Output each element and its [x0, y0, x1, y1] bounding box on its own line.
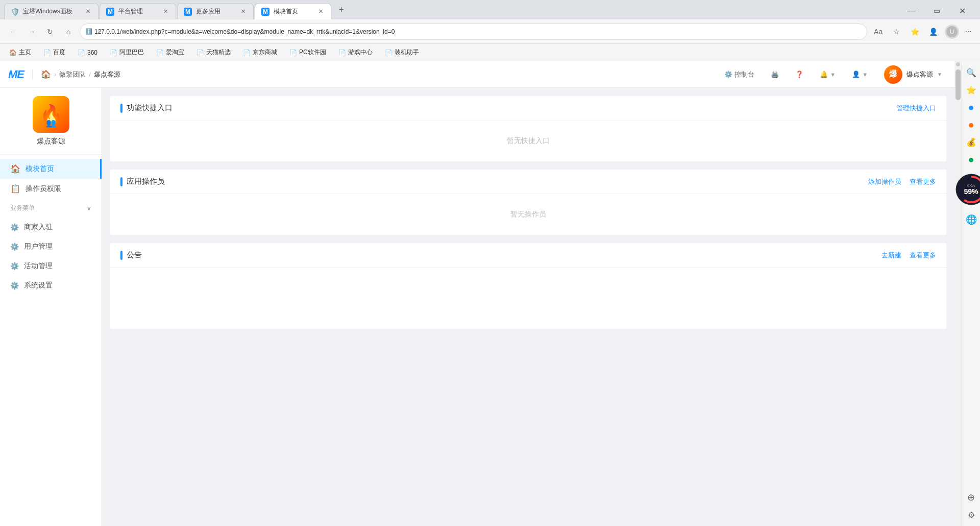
sidebar-item-merchant[interactable]: ⚙️ 商家入驻: [0, 218, 102, 237]
user-profile-section[interactable]: 爆 爆点客源 ▼: [880, 65, 946, 84]
ext-edge-icon[interactable]: 🌐: [964, 212, 978, 227]
tab-favicon-platform: M: [106, 8, 114, 16]
manage-shortcuts-link[interactable]: 管理快捷入口: [896, 104, 936, 113]
tab-baota[interactable]: 🛡️ 宝塔Windows面板 ✕: [4, 3, 99, 19]
tab-close-more[interactable]: ✕: [239, 8, 247, 16]
bookmark-pc-soft[interactable]: 📄 PC软件园: [286, 47, 329, 58]
tab-close-module[interactable]: ✕: [316, 8, 325, 16]
user-icon: 👤: [852, 70, 860, 78]
sidebar-app-name: 爆点客源: [37, 137, 65, 146]
tab-close-baota[interactable]: ✕: [84, 8, 92, 16]
bookmark-baidu[interactable]: 📄 百度: [40, 47, 68, 58]
bookmark-360[interactable]: 📄 360: [75, 48, 101, 57]
bookmark-jd[interactable]: 📄 京东商城: [240, 47, 280, 58]
ext-search-icon[interactable]: 🔍: [964, 65, 978, 80]
console-button[interactable]: ⚙️ 控制台: [720, 68, 758, 81]
back-button[interactable]: ←: [6, 25, 20, 39]
bookmark-zhuanji[interactable]: 📄 装机助手: [382, 47, 422, 58]
tab-platform[interactable]: M 平台管理 ✕: [100, 3, 176, 19]
notice-more-link[interactable]: 查看更多: [910, 251, 936, 260]
address-field[interactable]: ℹ️ 127.0.0.1/web/index.php?c=module&a=we…: [80, 23, 867, 40]
ext-wallet-icon[interactable]: 💰: [964, 135, 978, 149]
collection-icon[interactable]: ⭐: [908, 25, 922, 39]
user-dropdown-icon: ▼: [862, 71, 868, 78]
translate-icon[interactable]: Aa: [871, 25, 886, 39]
bookmark-aitaobao[interactable]: 📄 爱淘宝: [153, 47, 187, 58]
operators-body: 暂无操作员: [110, 194, 946, 235]
bookmark-jd-icon: 📄: [243, 49, 251, 56]
sidebar-item-operator[interactable]: 📋 操作员权限: [0, 179, 102, 199]
user-profile-circle[interactable]: U: [945, 25, 959, 39]
svg-text:👥: 👥: [46, 118, 56, 128]
address-text: 127.0.0.1/web/index.php?c=module&a=welco…: [94, 28, 395, 35]
scrollbar-track: [954, 61, 962, 526]
bookmark-game[interactable]: 📄 游戏中心: [335, 47, 376, 58]
close-window-button[interactable]: ✕: [950, 4, 974, 17]
activity-label: 活动管理: [24, 261, 53, 271]
notice-title-text: 公告: [127, 250, 142, 260]
bookmark-star-icon[interactable]: ☆: [890, 25, 904, 39]
sidebar-item-user[interactable]: ⚙️ 用户管理: [0, 237, 102, 256]
sidebar-expand-icon[interactable]: ⊕: [964, 490, 978, 505]
operators-more-link[interactable]: 查看更多: [910, 177, 936, 186]
home-button[interactable]: ⌂: [61, 25, 76, 39]
console-icon: ⚙️: [724, 70, 732, 78]
user-label: 用户管理: [24, 242, 53, 251]
bookmark-pc-soft-label: PC软件园: [299, 48, 326, 57]
more-options-button[interactable]: ···: [963, 25, 974, 38]
tab-module-home[interactable]: M 模块首页 ✕: [255, 3, 331, 19]
breadcrumb-team[interactable]: 微擎团队: [59, 70, 86, 79]
user-name-dropdown: ▼: [937, 71, 942, 77]
help-button[interactable]: ❓: [791, 68, 807, 80]
system-label: 系统设置: [24, 281, 53, 290]
new-tab-button[interactable]: +: [334, 3, 349, 17]
breadcrumb: 🏠 › 微擎团队 / 爆点客源: [41, 69, 120, 79]
notice-create-link[interactable]: 去新建: [881, 251, 901, 260]
svg-text:U: U: [950, 29, 954, 35]
sidebar-nav: 🏠 模块首页 📋 操作员权限 业务菜单 ∨ ⚙️: [0, 155, 102, 526]
bookmark-alibaba[interactable]: 📄 阿里巴巴: [107, 47, 147, 58]
ext-green-icon[interactable]: ●: [964, 152, 978, 166]
bookmark-360-icon: 📄: [78, 49, 85, 56]
sidebar-settings-icon[interactable]: ⚙: [964, 508, 978, 522]
operators-empty-text: 暂无操作员: [510, 210, 546, 219]
forward-button[interactable]: →: [24, 25, 39, 39]
add-operator-link[interactable]: 添加操作员: [868, 177, 901, 186]
operators-title-bar: [120, 177, 122, 186]
tab-title-platform: 平台管理: [118, 7, 157, 16]
bookmark-home[interactable]: 🏠 主页: [6, 47, 34, 58]
notice-body: [110, 268, 946, 329]
sidebar-item-activity[interactable]: ⚙️ 活动管理: [0, 256, 102, 276]
notification-button[interactable]: 🔔 ▼: [816, 68, 840, 80]
bookmark-tmall-icon: 📄: [197, 49, 204, 56]
maximize-button[interactable]: ▭: [925, 4, 948, 17]
notice-title: 公告: [120, 250, 142, 260]
bookmark-baidu-label: 百度: [53, 48, 65, 57]
speed-percent: 59%: [964, 187, 978, 196]
bookmark-tmall[interactable]: 📄 天猫精选: [193, 47, 234, 58]
section-chevron-icon[interactable]: ∨: [87, 205, 91, 212]
tab-title-baota: 宝塔Windows面板: [23, 7, 80, 16]
minimize-button[interactable]: —: [899, 4, 923, 17]
ext-blue-icon[interactable]: ●: [964, 100, 978, 114]
tab-favicon-baota: 🛡️: [11, 8, 19, 16]
ext-star-icon[interactable]: ⭐: [964, 83, 978, 97]
app-logo: ME: [8, 68, 24, 81]
account-icon[interactable]: 👤: [926, 25, 941, 39]
bookmark-360-label: 360: [87, 49, 97, 56]
bookmark-alibaba-label: 阿里巴巴: [119, 48, 144, 57]
notice-actions: 去新建 查看更多: [881, 251, 936, 260]
breadcrumb-home-icon[interactable]: 🏠: [41, 69, 51, 79]
print-button[interactable]: 🖨️: [767, 68, 783, 80]
user-menu-button[interactable]: 👤 ▼: [848, 68, 872, 80]
tab-close-platform[interactable]: ✕: [161, 8, 169, 16]
scrollbar-thumb[interactable]: [955, 69, 961, 100]
shortcuts-header: 功能快捷入口 管理快捷入口: [110, 96, 946, 121]
sidebar-item-module-home[interactable]: 🏠 模块首页: [0, 159, 102, 179]
ext-orange-icon[interactable]: ●: [964, 117, 978, 132]
refresh-button[interactable]: ↻: [43, 25, 57, 39]
notice-header: 公告 去新建 查看更多: [110, 243, 946, 268]
sidebar-item-system[interactable]: ⚙️ 系统设置: [0, 276, 102, 295]
tab-more-apps[interactable]: M 更多应用 ✕: [177, 3, 254, 19]
header-actions: ⚙️ 控制台 🖨️ ❓ 🔔 ▼ 👤 ▼: [720, 65, 946, 84]
